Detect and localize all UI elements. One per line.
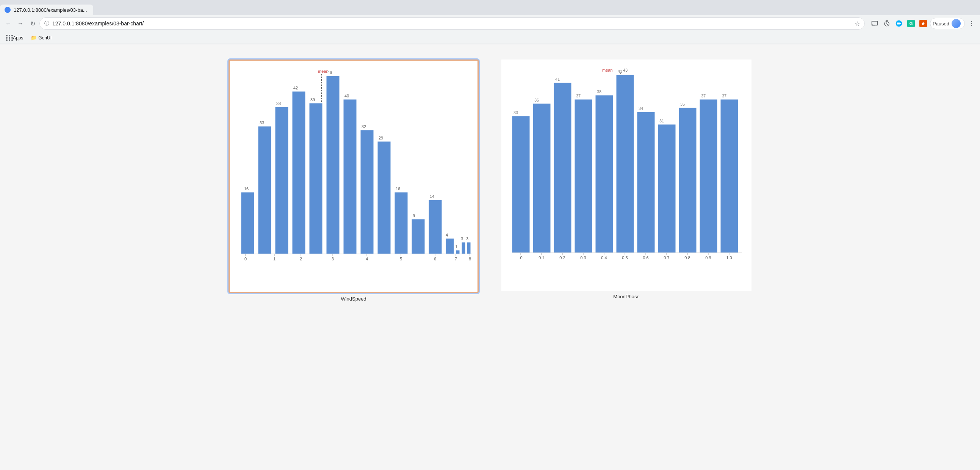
svg-rect-39	[461, 242, 465, 254]
svg-point-8	[971, 25, 972, 26]
svg-text:3: 3	[332, 257, 334, 261]
svg-text:43: 43	[618, 69, 622, 73]
svg-text:4: 4	[366, 257, 368, 261]
apps-grid-icon	[6, 35, 11, 41]
svg-text:37: 37	[701, 94, 706, 98]
navbar: ← → ↻ ⓘ 127.0.0.1:8080/examples/03-bar-c…	[0, 15, 980, 32]
svg-rect-25	[360, 130, 374, 254]
svg-rect-21	[326, 76, 340, 254]
svg-text:G: G	[909, 21, 913, 26]
windspeed-chart-wrapper: mean 16 33 38 42 39	[229, 59, 479, 302]
svg-text:6: 6	[434, 257, 436, 261]
svg-rect-27	[377, 141, 391, 254]
svg-text:3: 3	[466, 236, 468, 241]
timer-button[interactable]	[881, 18, 892, 29]
svg-text:1.0: 1.0	[726, 255, 732, 260]
svg-rect-75	[616, 75, 634, 253]
bookmark-genui[interactable]: 📁 GenUI	[28, 34, 54, 42]
svg-text:40: 40	[344, 94, 349, 98]
svg-text:0.4: 0.4	[601, 255, 607, 260]
page-content: mean 16 33 38 42 39	[0, 45, 980, 470]
svg-text:.0: .0	[519, 255, 522, 260]
svg-point-6	[971, 21, 972, 22]
profile-avatar	[951, 19, 961, 28]
moonphase-title: MoonPhase	[613, 294, 639, 300]
svg-rect-83	[700, 99, 718, 253]
svg-text:38: 38	[276, 101, 281, 106]
lock-icon: ⓘ	[45, 20, 49, 27]
svg-text:5: 5	[400, 257, 402, 261]
tab-bar: 127.0.0.1:8080/examples/03-ba...	[0, 0, 980, 15]
svg-rect-79	[658, 124, 676, 253]
svg-text:37: 37	[576, 94, 581, 98]
active-tab[interactable]: 127.0.0.1:8080/examples/03-ba...	[0, 5, 93, 15]
moonphase-chart-svg: mean 43 33 36 41 37 38	[509, 67, 744, 279]
svg-text:29: 29	[379, 136, 383, 140]
svg-rect-41	[467, 242, 471, 254]
svg-text:31: 31	[659, 119, 664, 123]
moonphase-chart-container[interactable]: mean 43 33 36 41 37 38	[501, 59, 751, 291]
extension-button[interactable]	[918, 18, 929, 29]
svg-rect-35	[445, 238, 454, 254]
svg-text:0.5: 0.5	[622, 255, 628, 260]
reload-button[interactable]: ↻	[27, 18, 38, 29]
svg-text:46: 46	[328, 70, 332, 75]
svg-rect-33	[429, 200, 442, 254]
svg-text:0: 0	[245, 257, 247, 261]
svg-text:mean: mean	[602, 68, 613, 72]
svg-text:36: 36	[535, 98, 539, 102]
svg-text:16: 16	[396, 186, 400, 191]
svg-rect-65	[512, 116, 530, 253]
svg-rect-81	[679, 108, 697, 253]
browser-chrome: 127.0.0.1:8080/examples/03-ba... ← → ↻ ⓘ…	[0, 0, 980, 45]
bookmarks-bar: Apps 📁 GenUI	[0, 32, 980, 44]
folder-icon: 📁	[31, 35, 37, 41]
moonphase-chart-wrapper: mean 43 33 36 41 37 38	[501, 59, 751, 300]
bookmark-apps[interactable]: Apps	[3, 34, 26, 42]
tab-title: 127.0.0.1:8080/examples/03-ba...	[14, 7, 87, 13]
svg-text:1: 1	[273, 257, 275, 261]
svg-text:0.2: 0.2	[559, 255, 565, 260]
bookmark-star-icon[interactable]: ☆	[854, 20, 860, 27]
svg-text:39: 39	[310, 97, 315, 102]
grammarly-button[interactable]: G	[906, 18, 916, 29]
svg-rect-85	[721, 99, 738, 253]
svg-text:9: 9	[413, 213, 415, 218]
svg-rect-23	[343, 99, 356, 254]
svg-text:1: 1	[455, 244, 457, 249]
pause-label: Paused	[932, 21, 949, 27]
svg-text:0.3: 0.3	[580, 255, 586, 260]
svg-text:0.1: 0.1	[539, 255, 544, 260]
svg-text:7: 7	[455, 257, 457, 261]
svg-rect-15	[275, 107, 288, 254]
svg-text:0.8: 0.8	[684, 255, 690, 260]
video-call-button[interactable]	[894, 18, 904, 29]
svg-rect-19	[309, 103, 323, 254]
svg-text:35: 35	[680, 102, 685, 107]
svg-text:16: 16	[244, 186, 248, 191]
windspeed-chart-container[interactable]: mean 16 33 38 42 39	[229, 59, 479, 293]
svg-rect-77	[637, 112, 655, 253]
windspeed-chart-svg: mean 16 33 38 42 39	[237, 68, 472, 280]
svg-rect-67	[533, 104, 550, 253]
svg-text:33: 33	[514, 110, 518, 115]
svg-rect-31	[412, 219, 425, 254]
tab-favicon	[5, 7, 11, 13]
bookmark-apps-label: Apps	[13, 35, 23, 41]
svg-text:0.6: 0.6	[643, 255, 648, 260]
svg-text:2: 2	[300, 257, 302, 261]
svg-text:0.9: 0.9	[705, 255, 711, 260]
screen-cast-button[interactable]	[869, 18, 880, 29]
svg-rect-69	[554, 83, 571, 253]
svg-text:42: 42	[293, 86, 298, 90]
back-button[interactable]: ←	[3, 18, 14, 29]
address-bar[interactable]: ⓘ 127.0.0.1:8080/examples/03-bar-chart/ …	[40, 18, 865, 30]
menu-button[interactable]	[966, 18, 977, 29]
svg-text:4: 4	[445, 233, 448, 237]
svg-text:8: 8	[469, 257, 471, 261]
svg-point-7	[971, 23, 972, 24]
svg-rect-29	[395, 192, 408, 254]
forward-button[interactable]: →	[15, 18, 26, 29]
svg-text:14: 14	[430, 194, 434, 199]
profile-pill[interactable]: Paused	[930, 18, 965, 29]
